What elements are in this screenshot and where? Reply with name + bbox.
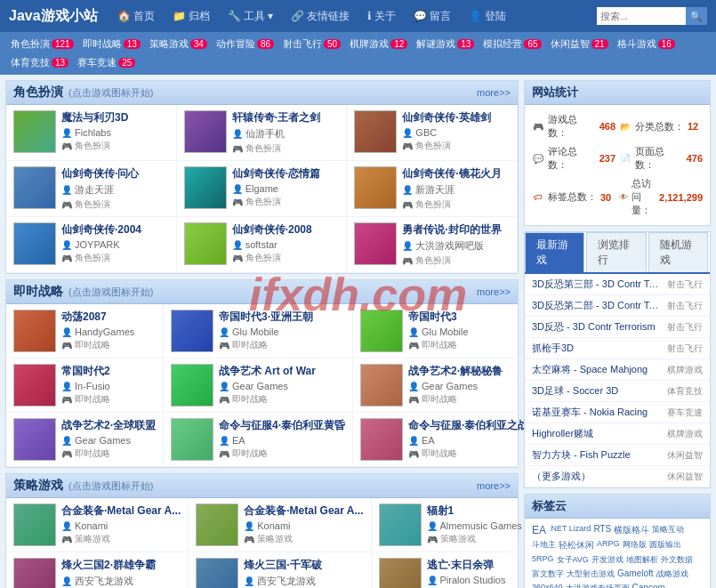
game-name[interactable]: 仙剑奇侠传·2008 — [232, 222, 340, 238]
game-item[interactable]: 动荡2087 👤 HandyGames 🎮 即时战略 — [6, 304, 164, 358]
search-button[interactable]: 🔍 — [686, 7, 707, 25]
site-logo[interactable]: Java游戏小站 — [9, 7, 98, 26]
game-item[interactable]: 合金装备·Metal Gear A... 👤 Konami 🎮 策略游戏 — [189, 498, 371, 552]
game-item[interactable]: 战争艺术2·全球联盟 👤 Gear Games 🎮 即时战略 — [6, 413, 164, 467]
game-name[interactable]: 战争艺术2·解秘秘鲁 — [408, 364, 528, 379]
search-input[interactable] — [597, 7, 686, 25]
game-item[interactable]: 命令与征服4·泰伯利亚黄昏 👤 EA 🎮 即时战略 — [164, 413, 353, 467]
tag-item[interactable]: 开发游戏 — [591, 554, 623, 566]
game-name[interactable]: 勇者传说·封印的世界 — [402, 222, 510, 238]
game-name[interactable]: 仙剑奇侠传·2004 — [61, 222, 169, 238]
list-item[interactable]: （更多游戏）休闲益智 — [525, 466, 710, 487]
tag-item[interactable]: 360x640 — [532, 583, 563, 588]
rts-more-btn[interactable]: more>> — [477, 286, 511, 297]
game-item[interactable]: 仙剑奇侠传·问心 👤 游走天涯 🎮 角色扮演 — [6, 161, 177, 217]
game-name[interactable]: 合金装备·Metal Gear A... — [61, 503, 181, 519]
game-item[interactable]: 魔法与利刃3D 👤 Fichlabs 🎮 角色扮演 — [6, 105, 177, 161]
game-name[interactable]: 仙剑奇侠传·英雄剑 — [402, 110, 510, 125]
rpg-more-btn[interactable]: more>> — [477, 87, 511, 98]
list-item[interactable]: 3D反恐第二部 - 3D Contr Terrorism: Episo...射击… — [525, 295, 710, 317]
tag-item[interactable]: EA — [532, 524, 546, 536]
cat-item-模拟经营[interactable]: 模拟经营 65 — [479, 36, 544, 52]
game-item[interactable]: 战争艺术2·解秘秘鲁 👤 Gear Games 🎮 即时战略 — [353, 358, 536, 413]
list-item[interactable]: 3D反恐第三部 - 3D Contr Terrorism Episo...射击飞… — [525, 274, 710, 295]
tag-item[interactable]: 战略游戏 — [656, 568, 688, 580]
cat-item-解谜游戏[interactable]: 解谜游戏 13 — [413, 36, 478, 52]
game-name[interactable]: 战争艺术 Art of War — [219, 364, 345, 379]
game-item[interactable]: 烽火三国·千军破 👤 西安飞龙游戏 🎮 策略游戏 — [189, 552, 371, 588]
nav-login[interactable]: 👤 登陆 — [462, 5, 513, 28]
game-item[interactable]: 仙剑奇侠传·镜花火月 👤 新游天涯 🎮 角色扮演 — [347, 161, 518, 217]
stg-more-btn[interactable]: more>> — [477, 480, 511, 491]
tag-item[interactable]: 策略互动 — [652, 524, 684, 536]
game-name[interactable]: 帝国时代3·亚洲王朝 — [219, 310, 345, 325]
list-item[interactable]: 智力方块 - Fish Puzzle休闲益智 — [525, 445, 710, 466]
tag-item[interactable]: 5RPG — [532, 554, 554, 566]
game-name[interactable]: 仙剑奇侠传·问心 — [61, 166, 169, 181]
list-item[interactable]: Highroller赌城棋牌游戏 — [525, 423, 710, 445]
game-name[interactable]: 帝国时代3 — [408, 310, 528, 325]
cat-item-策略游戏[interactable]: 策略游戏 34 — [146, 36, 211, 52]
cat-item-格斗游戏[interactable]: 格斗游戏 16 — [614, 36, 679, 52]
tag-item[interactable]: 圆版输出 — [649, 539, 681, 552]
game-item[interactable]: 帝国时代3 👤 Glu Mobile 🎮 即时战略 — [353, 304, 536, 358]
tag-item[interactable]: Capcom — [632, 583, 665, 588]
list-item[interactable]: 3D反恐 - 3D Contr Terrorism射击飞行 — [525, 317, 710, 338]
game-name[interactable]: 仙剑奇侠传·镜花火月 — [402, 166, 510, 181]
game-item[interactable]: 轩辕传奇·王者之剑 👤 仙游手机 🎮 角色扮演 — [177, 105, 348, 161]
game-name[interactable]: 战争艺术2·全球联盟 — [61, 418, 156, 433]
tag-item[interactable]: Gameloft — [617, 568, 654, 580]
game-name[interactable]: 烽火三国·千军破 — [244, 558, 363, 573]
game-name[interactable]: 合金装备·Metal Gear A... — [244, 503, 363, 519]
game-item[interactable]: 帝国时代3·亚洲王朝 👤 Glu Mobile 🎮 即时战略 — [164, 304, 353, 358]
tag-item[interactable]: 女子AVG — [557, 554, 589, 566]
cat-item-即时战略[interactable]: 即时战略 13 — [79, 36, 144, 52]
game-name[interactable]: 烽火三国2·群雄争霸 — [61, 558, 181, 573]
tag-item[interactable]: RTS — [593, 524, 611, 536]
game-item[interactable]: 合金装备·Metal Gear A... 👤 Konami 🎮 策略游戏 — [6, 498, 189, 552]
game-name[interactable]: 轩辕传奇·王者之剑 — [232, 110, 340, 125]
tag-item[interactable]: 大型射击游戏 — [567, 568, 615, 580]
game-item[interactable]: 仙剑奇侠传·2004 👤 JOYPARK 🎮 角色扮演 — [6, 217, 177, 273]
tag-item[interactable]: 轻松休闲 — [559, 539, 594, 552]
nav-message[interactable]: 💬 留言 — [406, 5, 458, 28]
tag-item[interactable]: .NET Lizard — [549, 524, 591, 536]
game-item[interactable]: 勇者传说·封印的世界 👤 大洪游戏网吧版 🎮 角色扮演 — [347, 217, 518, 273]
tag-item[interactable]: 外文数据 — [661, 554, 693, 566]
game-name[interactable]: 命令与征服·泰伯利亚之战 — [408, 418, 528, 433]
tag-item[interactable]: 斗地主 — [532, 539, 556, 552]
cat-item-动作冒险[interactable]: 动作冒险 86 — [213, 36, 278, 52]
cat-item-赛车竞速[interactable]: 赛车竞速 25 — [74, 54, 139, 71]
nav-archive[interactable]: 📁 归档 — [165, 5, 217, 28]
game-name[interactable]: 仙剑奇侠传·恋情篇 — [232, 166, 340, 181]
tag-item[interactable]: 富文数字 — [532, 568, 564, 580]
list-item[interactable]: 抓枪手3D射击飞行 — [525, 338, 710, 359]
game-item[interactable]: 仙剑奇侠传·英雄剑 👤 GBC 🎮 角色扮演 — [347, 105, 518, 161]
list-item[interactable]: 太空麻将 - Space Mahjong棋牌游戏 — [525, 359, 710, 381]
game-item[interactable]: 常国时代2 👤 In-Fusio 🎮 即时战略 — [6, 358, 164, 413]
cat-item-射击飞行[interactable]: 射击飞行 50 — [279, 36, 344, 52]
cat-item-体育竞技[interactable]: 体育竞技 13 — [7, 54, 72, 71]
game-tab-0[interactable]: 最新游戏 — [525, 232, 584, 272]
game-item[interactable]: 命令与征服·泰伯利亚之战 👤 EA 🎮 即时战略 — [353, 413, 536, 467]
nav-links[interactable]: 🔗 友情链接 — [284, 5, 357, 28]
tag-item[interactable]: 横版格斗 — [614, 524, 649, 536]
nav-tools[interactable]: 🔧 工具 ▾ — [221, 5, 280, 28]
game-name[interactable]: 魔法与利刃3D — [61, 110, 169, 125]
game-tab-2[interactable]: 随机游戏 — [648, 232, 708, 272]
game-item[interactable]: 仙剑奇侠传·2008 👤 softstar 🎮 角色扮演 — [177, 217, 348, 273]
cat-item-角色扮演[interactable]: 角色扮演 121 — [7, 36, 77, 52]
tag-item[interactable]: ARPG — [597, 539, 620, 552]
cat-item-休闲益智[interactable]: 休闲益智 21 — [547, 36, 612, 52]
tag-item[interactable]: 地图解析 — [626, 554, 658, 566]
game-item[interactable]: 战争艺术 Art of War 👤 Gear Games 🎮 即时战略 — [164, 358, 353, 413]
tag-item[interactable]: 网络版 — [623, 539, 647, 552]
game-item[interactable]: 仙剑奇侠传·恋情篇 👤 Elgame 🎮 角色扮演 — [177, 161, 348, 217]
game-name[interactable]: 动荡2087 — [61, 310, 156, 325]
game-name[interactable]: 常国时代2 — [61, 364, 156, 379]
nav-about[interactable]: ℹ 关于 — [360, 5, 403, 28]
list-item[interactable]: 诺基亚赛车 - Nokia Racing赛车竞速 — [525, 402, 710, 423]
game-name[interactable]: 命令与征服4·泰伯利亚黄昏 — [219, 418, 345, 433]
game-tab-1[interactable]: 浏览排行 — [586, 232, 646, 272]
list-item[interactable]: 3D足球 - Soccer 3D体育竞技 — [525, 381, 710, 402]
